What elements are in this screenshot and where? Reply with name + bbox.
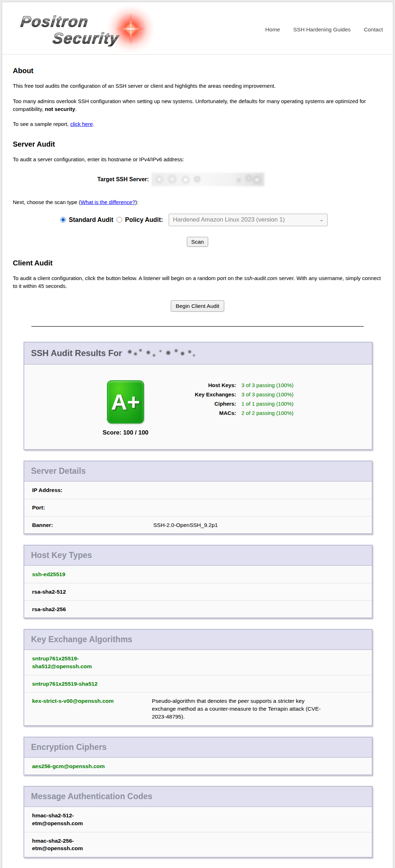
algorithm-name: sntrup761x25519-sha512 bbox=[32, 680, 128, 688]
audit-results-title-text: SSH Audit Results For bbox=[31, 348, 122, 358]
stat-row-macs: MACs: 2 of 2 passing (100%) bbox=[166, 410, 293, 416]
about-p3-text: To see a sample report, bbox=[13, 121, 70, 127]
client-audit-domain: ssh-audit.com bbox=[244, 275, 277, 281]
logo-text-positron: Positron bbox=[20, 14, 89, 29]
stat-label: MACs: bbox=[166, 410, 236, 416]
header-divider bbox=[2, 54, 393, 55]
about-section: About This free tool audits the configur… bbox=[2, 67, 393, 128]
encryption-ciphers-panel: Encryption Ciphers aes256-gcm@openssh.co… bbox=[24, 737, 373, 776]
policy-audit-label[interactable]: Policy Audit: bbox=[125, 216, 163, 224]
nav-home[interactable]: Home bbox=[265, 26, 280, 33]
list-item: sntrup761x25519-sha512@openssh.com bbox=[24, 650, 372, 675]
about-paragraph-3: To see a sample report, click here. bbox=[13, 120, 382, 128]
ip-address-label: IP Address: bbox=[32, 486, 153, 494]
table-row: Port: bbox=[24, 499, 372, 516]
list-item: rsa-sha2-256 bbox=[24, 600, 372, 618]
scan-type-difference-link[interactable]: What is the difference? bbox=[81, 199, 135, 205]
stat-row-key-exchanges: Key Exchanges: 3 of 3 passing (100%) bbox=[166, 391, 293, 397]
page: Positron Security Home SSH Hardening Gui… bbox=[0, 0, 395, 868]
list-item: kex-strict-s-v00@openssh.com Pseudo-algo… bbox=[24, 692, 372, 725]
list-item: ssh-ed25519 bbox=[24, 566, 372, 583]
stats-column: Host Keys: 3 of 3 passing (100%) Key Exc… bbox=[166, 380, 293, 436]
stat-value: 1 of 1 passing (100%) bbox=[241, 401, 293, 407]
stat-label: Host Keys: bbox=[166, 382, 236, 388]
banner-label: Banner: bbox=[32, 521, 153, 529]
list-item: sntrup761x25519-sha512 bbox=[24, 675, 372, 692]
audit-results-panel: SSH Audit Results For A+ Score: 100 / 10… bbox=[24, 342, 373, 450]
chevron-down-icon: ⌄ bbox=[319, 217, 324, 222]
stat-value: 3 of 3 passing (100%) bbox=[241, 382, 293, 388]
main-card: Positron Security Home SSH Hardening Gui… bbox=[2, 2, 393, 868]
list-item: aes256-gcm@openssh.com bbox=[24, 758, 372, 775]
banner-value: SSH-2.0-OpenSSH_9.2p1 bbox=[153, 521, 218, 529]
scan-type-line: Next, choose the scan type (What is the … bbox=[13, 199, 382, 205]
standard-audit-radio[interactable] bbox=[60, 217, 66, 223]
server-details-panel: Server Details IP Address: Port: Banner:… bbox=[24, 461, 373, 534]
audit-results-title: SSH Audit Results For bbox=[24, 342, 372, 365]
target-ssh-server-input[interactable] bbox=[152, 173, 264, 186]
stat-label: Ciphers: bbox=[166, 401, 236, 407]
score-text: Score: 100 / 100 bbox=[103, 429, 149, 436]
scan-button[interactable]: Scan bbox=[187, 237, 208, 247]
list-item: hmac-sha2-512-etm@openssh.com bbox=[24, 807, 372, 832]
site-header: Positron Security Home SSH Hardening Gui… bbox=[2, 2, 393, 54]
server-audit-heading: Server Audit bbox=[13, 140, 382, 148]
policy-audit-radio[interactable] bbox=[117, 217, 122, 223]
standard-audit-label[interactable]: Standard Audit bbox=[69, 216, 113, 224]
section-divider bbox=[31, 326, 364, 327]
about-p3-period: . bbox=[93, 121, 94, 127]
server-audit-intro: To audit a server configuration, enter i… bbox=[13, 156, 382, 163]
target-server-label: Target SSH Server: bbox=[97, 176, 149, 183]
scan-type-radio-row: Standard Audit Policy Audit: Hardened Am… bbox=[60, 214, 382, 226]
list-item: rsa-sha2-512 bbox=[24, 583, 372, 600]
about-paragraph-2: Too many admins overlook SSH configurati… bbox=[13, 97, 382, 113]
algorithm-name: sntrup761x25519-sha512@openssh.com bbox=[32, 655, 128, 670]
server-audit-section: Server Audit To audit a server configura… bbox=[2, 140, 393, 247]
nav-ssh-hardening-guides[interactable]: SSH Hardening Guides bbox=[293, 26, 350, 33]
grade-badge: A+ bbox=[107, 380, 144, 423]
key-exchange-panel: Key Exchange Algorithms sntrup761x25519-… bbox=[24, 629, 373, 726]
stat-label: Key Exchanges: bbox=[166, 391, 236, 397]
client-audit-text: To audit a client configuration, click t… bbox=[13, 275, 244, 281]
macs-panel: Message Authentication Codes hmac-sha2-5… bbox=[24, 786, 373, 858]
client-audit-heading: Client Audit bbox=[13, 259, 382, 267]
policy-select[interactable]: Hardened Amazon Linux 2023 (version 1) ⌄ bbox=[169, 214, 328, 226]
sample-report-link[interactable]: click here bbox=[70, 121, 93, 127]
redacted-hostname-blur bbox=[126, 347, 198, 359]
about-p2-bold: not security bbox=[45, 106, 75, 112]
grade-column: A+ Score: 100 / 100 bbox=[103, 380, 149, 436]
table-row: IP Address: bbox=[24, 482, 372, 499]
scan-button-row: Scan bbox=[13, 237, 382, 247]
host-key-types-heading: Host Key Types bbox=[24, 545, 372, 566]
table-row: Banner: SSH-2.0-OpenSSH_9.2p1 bbox=[24, 516, 372, 534]
stat-row-ciphers: Ciphers: 1 of 1 passing (100%) bbox=[166, 401, 293, 407]
about-heading: About bbox=[13, 67, 382, 75]
scan-type-text: Next, choose the scan type ( bbox=[13, 199, 81, 205]
client-audit-section: Client Audit To audit a client configura… bbox=[2, 259, 393, 312]
main-nav: Home SSH Hardening Guides Contact bbox=[265, 25, 383, 33]
encryption-ciphers-heading: Encryption Ciphers bbox=[24, 737, 372, 758]
policy-select-value: Hardened Amazon Linux 2023 (version 1) bbox=[173, 216, 285, 223]
audit-results-body: A+ Score: 100 / 100 Host Keys: 3 of 3 pa… bbox=[24, 365, 372, 449]
macs-heading: Message Authentication Codes bbox=[24, 787, 372, 807]
begin-client-audit-row: Begin Client Audit bbox=[13, 300, 382, 312]
about-p2-period: . bbox=[75, 106, 77, 112]
list-item: hmac-sha2-256-etm@openssh.com bbox=[24, 832, 372, 857]
algorithm-name: kex-strict-s-v00@openssh.com bbox=[32, 697, 128, 720]
stat-value: 3 of 3 passing (100%) bbox=[241, 391, 293, 397]
nav-contact[interactable]: Contact bbox=[364, 26, 383, 33]
site-logo[interactable]: Positron Security bbox=[11, 9, 157, 49]
port-label: Port: bbox=[32, 504, 153, 512]
stat-row-host-keys: Host Keys: 3 of 3 passing (100%) bbox=[166, 382, 293, 388]
key-exchange-heading: Key Exchange Algorithms bbox=[24, 630, 372, 650]
begin-client-audit-button[interactable]: Begin Client Audit bbox=[171, 300, 224, 312]
algorithm-name: hmac-sha2-256-etm@openssh.com bbox=[32, 837, 103, 852]
about-paragraph-1: This free tool audits the configuration … bbox=[13, 82, 382, 90]
target-server-row: Target SSH Server: bbox=[97, 173, 382, 186]
about-p1-text: This free tool audits the configuration … bbox=[13, 83, 276, 89]
client-audit-paragraph: To audit a client configuration, click t… bbox=[13, 274, 382, 290]
scan-type-text-end: ): bbox=[135, 199, 138, 205]
server-details-heading: Server Details bbox=[24, 461, 372, 482]
algorithm-name: hmac-sha2-512-etm@openssh.com bbox=[32, 812, 103, 827]
host-key-types-panel: Host Key Types ssh-ed25519 rsa-sha2-512 … bbox=[24, 545, 373, 618]
